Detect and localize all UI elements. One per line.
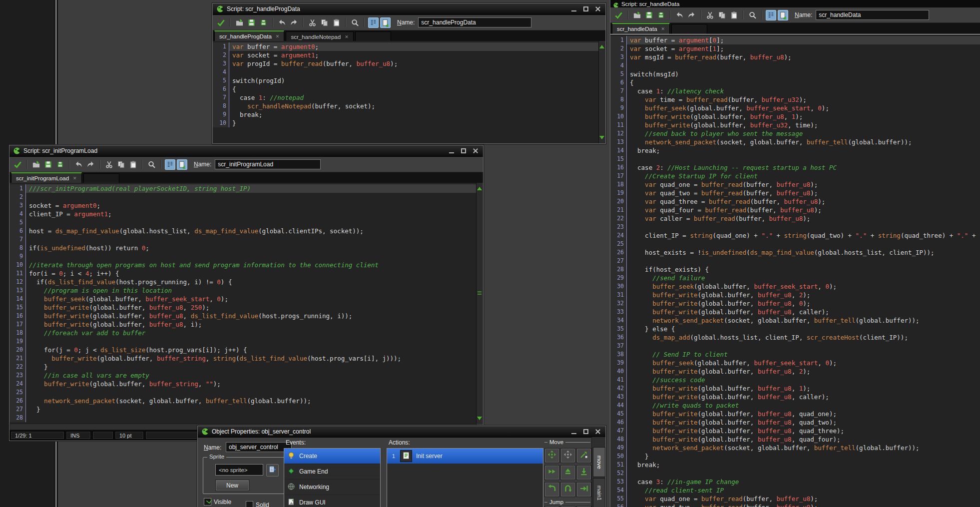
load-script-button[interactable] bbox=[234, 17, 245, 28]
tab-close-icon[interactable]: ✕ bbox=[345, 34, 349, 39]
copy-button[interactable] bbox=[717, 10, 727, 20]
scroll-up-icon[interactable] bbox=[599, 42, 604, 48]
titlebar[interactable]: Object Properties: obj_server_control bbox=[198, 426, 605, 438]
vertical-scrollbar[interactable] bbox=[476, 183, 483, 424]
toolbar-separator bbox=[364, 18, 365, 27]
scroll-down-icon[interactable] bbox=[599, 136, 604, 142]
solid-checkbox[interactable]: Solid bbox=[246, 501, 269, 507]
line-number: 2 bbox=[610, 44, 627, 53]
tab-scr-handleprogdata[interactable]: scr_handleProgData ✕ bbox=[214, 30, 284, 41]
paste-button[interactable] bbox=[331, 17, 342, 28]
minimize-button[interactable] bbox=[570, 429, 577, 435]
search-button[interactable] bbox=[146, 159, 157, 170]
paste-button[interactable] bbox=[729, 10, 739, 20]
event-row-create[interactable]: Create bbox=[284, 449, 380, 464]
code-editor[interactable]: 1var buffer = argument0;2var socket = ar… bbox=[213, 41, 605, 143]
save-and-close-button[interactable] bbox=[613, 10, 624, 20]
tab-scr-initprogramload[interactable]: scr_initProgramLoad ✕ bbox=[11, 172, 82, 183]
tab-close-icon[interactable]: ✕ bbox=[661, 26, 665, 31]
sprite-selector[interactable]: <no sprite> bbox=[215, 464, 263, 476]
code-actions-toggle[interactable] bbox=[778, 10, 788, 20]
code-actions-toggle[interactable] bbox=[177, 159, 187, 170]
event-row-game-end[interactable]: Game End bbox=[284, 464, 380, 480]
redo-button[interactable] bbox=[85, 159, 96, 170]
scroll-up-icon[interactable] bbox=[477, 184, 482, 190]
copy-button[interactable] bbox=[319, 17, 330, 28]
tab-scr-handledata[interactable]: scr_handleData ✕ bbox=[612, 23, 670, 34]
maximize-button[interactable] bbox=[582, 6, 589, 12]
undo-button[interactable] bbox=[73, 159, 84, 170]
code-editor[interactable]: 1///scr_initProgramLoad(real playerSocke… bbox=[9, 183, 477, 424]
code-text: var buffer = argument[0]; bbox=[627, 36, 724, 44]
minimize-button[interactable] bbox=[570, 6, 577, 12]
print-script-button[interactable] bbox=[258, 17, 269, 28]
goto-line-toggle[interactable] bbox=[165, 159, 175, 170]
cut-button[interactable] bbox=[705, 10, 715, 20]
close-button[interactable] bbox=[594, 6, 601, 12]
tab-label: scr_initProgramLoad bbox=[16, 175, 69, 181]
goto-line-toggle[interactable] bbox=[368, 17, 379, 28]
scroll-down-icon[interactable] bbox=[477, 417, 482, 423]
action-row-init-server[interactable]: 1 Init server bbox=[387, 449, 543, 464]
undo-button[interactable] bbox=[674, 10, 685, 20]
event-row-draw-gui[interactable]: Draw GUI bbox=[284, 495, 380, 507]
paste-button[interactable] bbox=[128, 159, 138, 170]
titlebar[interactable]: Script: scr_initProgramLoad bbox=[9, 145, 483, 157]
move-free-button[interactable] bbox=[560, 448, 575, 463]
script-name-input[interactable] bbox=[816, 10, 929, 20]
tab-close-icon[interactable]: ✕ bbox=[73, 176, 77, 181]
script-name-input[interactable] bbox=[418, 17, 531, 27]
copy-button[interactable] bbox=[116, 159, 126, 170]
vertical-scrollbar[interactable] bbox=[598, 41, 605, 143]
code-actions-toggle[interactable] bbox=[380, 17, 391, 28]
code-text: } bbox=[627, 452, 649, 461]
save-script-button[interactable] bbox=[246, 17, 257, 28]
print-script-button[interactable] bbox=[656, 10, 666, 20]
tab-close-icon[interactable]: ✕ bbox=[276, 34, 280, 39]
titlebar[interactable]: Script: scr_handleProgData bbox=[213, 3, 605, 15]
speed-vertical-button[interactable] bbox=[560, 465, 575, 480]
goto-line-toggle[interactable] bbox=[766, 10, 776, 20]
move-towards-button[interactable] bbox=[576, 448, 591, 463]
close-button[interactable] bbox=[472, 148, 479, 154]
print-script-button[interactable] bbox=[55, 159, 65, 170]
cut-button[interactable] bbox=[307, 17, 318, 28]
undo-button[interactable] bbox=[277, 17, 287, 28]
load-script-button[interactable] bbox=[31, 159, 41, 170]
object-name-input[interactable] bbox=[226, 442, 292, 452]
visible-checkbox[interactable]: Visible bbox=[204, 498, 231, 506]
save-and-close-button[interactable] bbox=[12, 159, 23, 170]
reverse-vertical-button[interactable] bbox=[560, 482, 575, 497]
redo-button[interactable] bbox=[686, 10, 697, 20]
set-gravity-button[interactable] bbox=[576, 465, 591, 480]
line-number: 8 bbox=[213, 102, 229, 110]
new-sprite-button[interactable]: New bbox=[215, 480, 249, 491]
close-button[interactable] bbox=[594, 429, 601, 435]
script-name-input[interactable] bbox=[215, 159, 321, 169]
redo-button[interactable] bbox=[289, 17, 299, 28]
save-and-close-button[interactable] bbox=[216, 17, 226, 28]
tab-main1[interactable]: main1 bbox=[593, 478, 605, 507]
maximize-button[interactable] bbox=[460, 148, 467, 154]
sprite-menu-button[interactable] bbox=[266, 464, 279, 477]
move-fixed-button[interactable] bbox=[544, 448, 559, 463]
tab-scr-handlenotepad[interactable]: scr_handleNotepad ✕ bbox=[286, 31, 353, 41]
load-script-button[interactable] bbox=[632, 10, 642, 20]
search-button[interactable] bbox=[350, 17, 360, 28]
tab-move[interactable]: move bbox=[593, 447, 605, 477]
event-row-networking[interactable]: Networking bbox=[284, 480, 380, 495]
save-script-button[interactable] bbox=[43, 159, 53, 170]
save-script-button[interactable] bbox=[644, 10, 654, 20]
code-line: 16 case 2: //Host Launching -- request s… bbox=[610, 163, 980, 172]
reverse-horizontal-button[interactable] bbox=[544, 482, 559, 497]
code-editor[interactable]: 1var buffer = argument[0];2var socket = … bbox=[610, 34, 980, 507]
cut-button[interactable] bbox=[104, 159, 114, 170]
maximize-button[interactable] bbox=[582, 429, 589, 435]
titlebar[interactable]: Script: scr_handleData bbox=[610, 0, 980, 7]
speed-horizontal-button[interactable] bbox=[544, 465, 559, 480]
code-line: 2 bbox=[9, 193, 477, 201]
scroll-grip-icon[interactable] bbox=[478, 291, 482, 295]
move-to-contact-button[interactable] bbox=[576, 482, 591, 497]
search-button[interactable] bbox=[747, 10, 758, 20]
minimize-button[interactable] bbox=[448, 148, 455, 154]
